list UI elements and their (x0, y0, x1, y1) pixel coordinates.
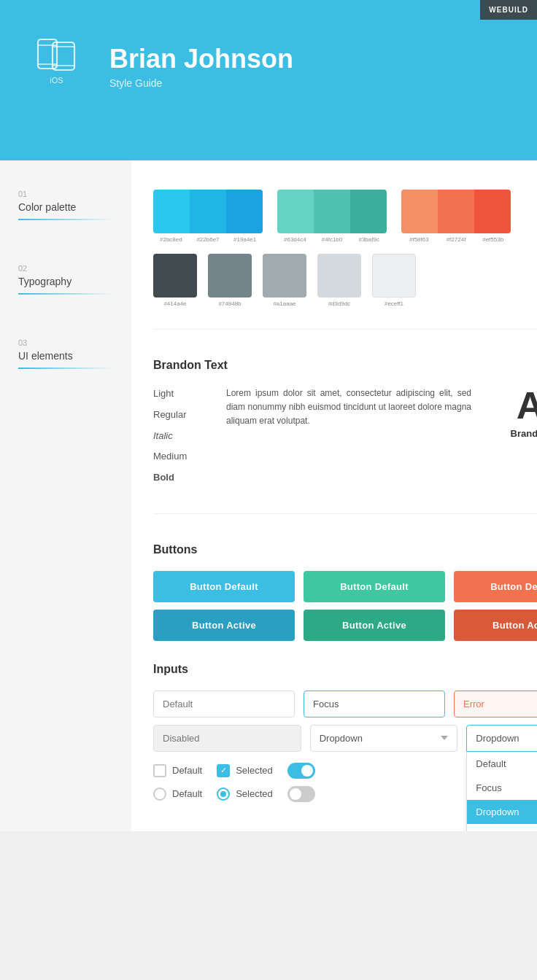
sidebar-title-ui: UI elements (18, 350, 113, 362)
neutral-4: #d3d9dc (317, 254, 361, 307)
color-label-teal-3: #3baf9c (351, 236, 387, 243)
radio-empty-icon[interactable] (153, 788, 166, 801)
type-variant-regular: Regular (153, 408, 212, 423)
inputs-grid: Dropdown Default Focus Error Dropdown ▼ (153, 691, 537, 752)
neutral-swatch-3 (263, 254, 306, 298)
checkbox-checked-icon[interactable]: ✓ (217, 764, 230, 777)
toggle-on-item[interactable] (287, 763, 315, 779)
btn-default-teal[interactable]: Button Default (304, 571, 445, 602)
ios-device-icon (36, 36, 77, 76)
radio-selected-icon[interactable] (217, 788, 230, 801)
neutral-label-5: #eceff1 (385, 300, 403, 307)
buttons-title: Buttons (153, 543, 537, 556)
sidebar-section-color: 01 Color palette (18, 190, 113, 220)
sidebar-title-color: Color palette (18, 201, 113, 213)
neutral-swatch-1 (153, 254, 197, 298)
type-variant-italic: Italic (153, 429, 212, 444)
header-name: Brian Johnson (109, 44, 515, 74)
dropdown-menu: Default Focus Dropdown Error (466, 752, 537, 831)
color-label-blue-2: #22b6e7 (190, 236, 226, 243)
color-group-teal: #63d4c4 #4fc1b0 #3baf9c (277, 190, 387, 243)
swatch-blue-dark (226, 190, 263, 233)
btn-active-blue[interactable]: Button Active (153, 610, 295, 641)
dropdown-open-wrapper: Dropdown ▼ Default Focus Dropdown Error (466, 725, 537, 752)
dropdown-open-field[interactable]: Dropdown ▼ (466, 725, 537, 752)
radio-inner-dot (220, 791, 226, 797)
type-variants-list: Light Regular Italic Medium Bold (153, 386, 212, 491)
neutral-swatch-5 (372, 254, 416, 298)
color-label-blue-1: #2bc8ed (153, 236, 189, 243)
color-group-blue: #2bc8ed #22b6e7 #19a4e1 (153, 190, 263, 243)
btn-default-blue[interactable]: Button Default (153, 571, 295, 602)
typography-title: Brandon Text (153, 359, 537, 372)
btn-active-teal[interactable]: Button Active (304, 610, 445, 641)
checkbox-default-label: Default (172, 765, 202, 776)
color-labels-orange: #f58f63 #f2724f #ef553b (401, 236, 511, 243)
sidebar-title-typography: Typography (18, 276, 113, 287)
swatch-orange-light (401, 190, 438, 233)
swatch-blue-light (153, 190, 190, 233)
neutral-palette: #414a4e #74848b #a1aaae #d3d9dc #eceff1 (153, 254, 537, 307)
type-showcase: Aa Brandon Text (486, 386, 537, 491)
input-row-2: Dropdown Default Focus Error Dropdown ▼ (153, 725, 537, 752)
inputs-section: Inputs Dropdown Default Focus Error (153, 663, 537, 802)
dropdown-item-dropdown[interactable]: Dropdown (467, 800, 537, 824)
radio-default[interactable]: Default (153, 788, 202, 801)
btn-row-active: Button Active Button Active Button Activ… (153, 610, 537, 641)
neutral-label-3: #a1aaae (273, 300, 295, 307)
input-default[interactable] (153, 691, 295, 718)
radio-selected-label: Selected (236, 788, 273, 799)
type-variant-medium: Medium (153, 449, 212, 464)
sidebar-number-3: 03 (18, 338, 113, 347)
checkbox-selected[interactable]: ✓ Selected (217, 764, 273, 777)
toggle-on-icon[interactable] (287, 763, 315, 779)
input-error[interactable] (454, 691, 537, 718)
typography-section: Brandon Text Light Regular Italic Medium… (153, 359, 537, 491)
divider-2 (153, 513, 537, 514)
btn-default-orange[interactable]: Button Default (454, 571, 537, 602)
sidebar-number-1: 01 (18, 190, 113, 198)
dropdown-open-value: Dropdown (476, 733, 519, 744)
sidebar-line-2 (18, 293, 113, 295)
swatch-orange-mid (438, 190, 474, 233)
ios-label: iOS (36, 76, 77, 85)
color-swatch-row-blue (153, 190, 263, 233)
ui-elements-section: Buttons Button Default Button Default Bu… (153, 543, 537, 802)
checkbox-empty-icon[interactable] (153, 764, 166, 777)
dropdown-item-focus[interactable]: Focus (467, 776, 537, 800)
color-palette-main: #2bc8ed #22b6e7 #19a4e1 #63d4c4 #4fc1b0 … (153, 190, 537, 243)
neutral-label-2: #74848b (218, 300, 241, 307)
sidebar-section-ui: 03 UI elements (18, 338, 113, 369)
color-label-orange-3: #ef553b (475, 236, 511, 243)
color-label-orange-2: #f2724f (439, 236, 474, 243)
color-labels-blue: #2bc8ed #22b6e7 #19a4e1 (153, 236, 263, 243)
header-subtitle: Style Guide (109, 77, 515, 89)
main-content: 01 Color palette 02 Typography 03 UI ele… (0, 160, 537, 831)
swatch-teal-dark (350, 190, 387, 233)
type-aa-display: Aa (486, 386, 537, 424)
inputs-title: Inputs (153, 663, 537, 676)
btn-row-default: Button Default Button Default Button Def… (153, 571, 537, 602)
type-variant-light: Light (153, 386, 212, 402)
swatch-teal-light (277, 190, 314, 233)
btn-active-orange[interactable]: Button Active (454, 610, 537, 641)
sidebar-line-3 (18, 368, 113, 369)
dropdown-select[interactable]: Dropdown Default Focus Error (310, 725, 458, 752)
header: WEBUILD iOS Brian Johnson Style Guide (0, 0, 537, 160)
neutral-3: #a1aaae (263, 254, 306, 307)
sidebar-number-2: 02 (18, 264, 113, 273)
radio-selected[interactable]: Selected (217, 788, 273, 801)
checkbox-default[interactable]: Default (153, 764, 202, 777)
neutral-label-1: #414a4e (163, 300, 186, 307)
checkbox-selected-label: Selected (236, 765, 273, 776)
buttons-grid: Button Default Button Default Button Def… (153, 571, 537, 641)
dropdown-item-error[interactable]: Error (467, 824, 537, 831)
dropdown-item-default[interactable]: Default (467, 752, 537, 776)
color-label-blue-3: #19a4e1 (227, 236, 263, 243)
type-demo: Light Regular Italic Medium Bold Lorem i… (153, 386, 537, 491)
toggle-off-icon[interactable] (287, 786, 315, 802)
color-group-orange: #f58f63 #f2724f #ef553b (401, 190, 511, 243)
input-focus[interactable] (304, 691, 445, 718)
toggle-off-item[interactable] (287, 786, 315, 802)
type-sample-text: Lorem ipsum dolor sit amet, consectetur … (226, 386, 471, 491)
